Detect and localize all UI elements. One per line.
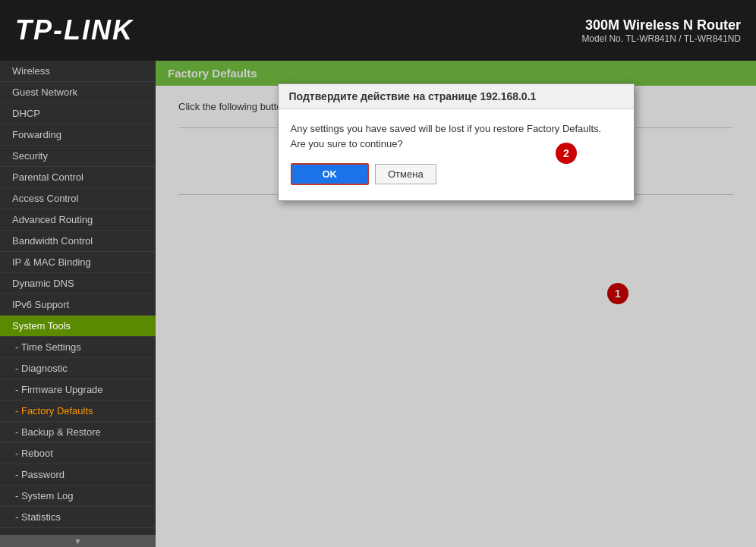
sidebar-item[interactable]: - Factory Defaults	[0, 401, 156, 422]
router-info: 300M Wireless N Router Model No. TL-WR84…	[581, 17, 741, 44]
dialog-body: Any settings you have saved will be lost…	[279, 109, 634, 200]
model-no: Model No. TL-WR841N / TL-WR841ND	[581, 33, 741, 44]
sidebar-item[interactable]: System Tools	[0, 316, 156, 337]
dialog-message-line2: Are you sure to continue?	[291, 138, 403, 149]
dialog-buttons: OK Отмена	[291, 163, 622, 185]
sidebar-item[interactable]: - Firmware Upgrade	[0, 379, 156, 401]
dialog-cancel-button[interactable]: Отмена	[375, 164, 436, 184]
sidebar-item[interactable]: Access Control	[0, 188, 156, 209]
dialog-ok-button[interactable]: OK	[291, 163, 370, 185]
sidebar-item[interactable]: Forwarding	[0, 124, 156, 146]
sidebar-item[interactable]: DHCP	[0, 103, 156, 124]
dialog-message-line1: Any settings you have saved will be lost…	[291, 123, 602, 134]
dialog-overlay: Подтвердите действие на странице 192.168…	[156, 61, 756, 547]
sidebar-item[interactable]: Wireless	[0, 61, 156, 82]
sidebar-item[interactable]: - Statistics	[0, 507, 156, 528]
dialog-title: Подтвердите действие на странице 192.168…	[289, 90, 537, 102]
sidebar-item[interactable]: - Reboot	[0, 443, 156, 464]
sidebar-item[interactable]: Parental Control	[0, 167, 156, 188]
sidebar-item[interactable]: Guest Network	[0, 82, 156, 103]
sidebar-item[interactable]: Security	[0, 146, 156, 167]
sidebar-item[interactable]: IP & MAC Binding	[0, 252, 156, 273]
dialog: Подтвердите действие на странице 192.168…	[278, 83, 635, 201]
sidebar-item[interactable]: - Backup & Restore	[0, 422, 156, 443]
sidebar-item[interactable]: - Password	[0, 464, 156, 486]
badge-2: 2	[556, 143, 577, 164]
router-model: 300M Wireless N Router	[581, 17, 741, 33]
sidebar-item[interactable]: - Time Settings	[0, 337, 156, 358]
sidebar-scroll-down[interactable]: ▼	[0, 535, 156, 547]
sidebar-item[interactable]: Bandwidth Control	[0, 231, 156, 252]
sidebar-item[interactable]: IPv6 Support	[0, 294, 156, 316]
header: TP-LINK 300M Wireless N Router Model No.…	[0, 0, 756, 61]
sidebar-item[interactable]: Advanced Routing	[0, 209, 156, 231]
logo: TP-LINK	[15, 14, 134, 46]
dialog-titlebar: Подтвердите действие на странице 192.168…	[279, 84, 634, 109]
sidebar-item[interactable]: - Diagnostic	[0, 358, 156, 379]
main-content: Factory Defaults Click the following but…	[156, 61, 756, 547]
sidebar-item[interactable]: - System Log	[0, 486, 156, 507]
sidebar-item[interactable]: Dynamic DNS	[0, 273, 156, 294]
sidebar: WirelessGuest NetworkDHCPForwardingSecur…	[0, 61, 156, 547]
